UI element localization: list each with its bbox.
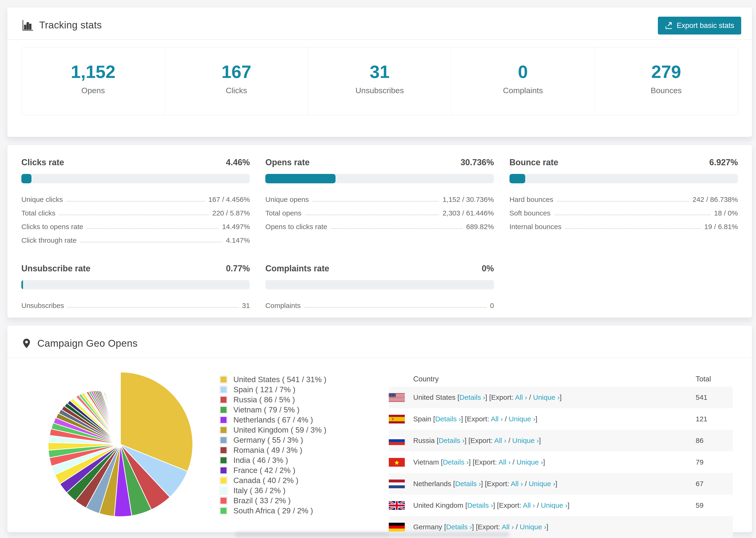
total-cell: 79 [696, 458, 733, 466]
legend-label: South Africa ( 29 / 2% ) [233, 506, 313, 515]
rate-row: Click through rate4.147% [21, 232, 250, 245]
rate-value: 0% [482, 264, 494, 273]
legend-item[interactable]: India ( 46 / 3% ) [220, 455, 326, 465]
export-unique-link[interactable]: Unique › [541, 501, 567, 509]
legend-item[interactable]: Spain ( 121 / 7% ) [220, 385, 326, 395]
legend-item[interactable]: United Kingdom ( 59 / 3% ) [220, 425, 326, 435]
rate-row-value: 19 / 6.81% [704, 223, 738, 232]
legend-item[interactable]: Russia ( 86 / 5% ) [220, 395, 326, 405]
details-link[interactable]: Details › [446, 523, 472, 531]
rate-row-value: 167 / 4.456% [208, 195, 250, 204]
legend-item[interactable]: South Africa ( 29 / 2% ) [220, 506, 326, 516]
export-all-link[interactable]: All › [491, 415, 503, 423]
rate-row-label: Unsubscribes [21, 301, 64, 310]
details-link[interactable]: Details › [443, 458, 469, 466]
summary-value: 167 [165, 63, 308, 81]
rates-grid: Clicks rate4.46%Unique clicks167 / 4.456… [7, 145, 752, 325]
rate-progress-fill [21, 280, 23, 290]
dotted-leader [557, 201, 689, 202]
table-row: United Kingdom [Details ›] [Export: All … [389, 495, 733, 516]
rate-row-label: Click through rate [21, 237, 77, 245]
rate-progress-bar [265, 280, 494, 290]
summary-cell-opens: 1,152Opens [22, 47, 165, 115]
legend-item[interactable]: Vietnam ( 79 / 5% ) [220, 405, 326, 415]
export-unique-link[interactable]: Unique › [509, 415, 535, 423]
rate-row: Soft bounces18 / 0% [510, 204, 738, 218]
legend-item[interactable]: Netherlands ( 67 / 4% ) [220, 415, 326, 425]
export-all-link[interactable]: All › [499, 458, 511, 466]
legend-item[interactable]: Brazil ( 33 / 2% ) [220, 496, 326, 506]
rate-block-unsubscribe-rate: Unsubscribe rate0.77%Unsubscribes31 [21, 264, 250, 310]
legend-item[interactable]: Romania ( 49 / 3% ) [220, 445, 326, 455]
column-header-total: Total [696, 375, 733, 383]
legend-item[interactable]: Italy ( 36 / 2% ) [220, 485, 326, 496]
dotted-leader [312, 201, 439, 202]
rate-rows: Unique opens1,152 / 30.736%Total opens2,… [265, 191, 494, 232]
rate-row: Opens to clicks rate689.82% [265, 218, 494, 232]
export-all-link[interactable]: All › [511, 480, 523, 488]
rate-row-label: Total clicks [21, 209, 55, 218]
export-unique-link[interactable]: Unique › [516, 458, 543, 466]
details-link[interactable]: Details › [459, 394, 485, 401]
country-cell: Vietnam [Details ›] [Export: All › / Uni… [389, 458, 696, 467]
total-cell: 59 [696, 501, 733, 510]
dotted-leader [565, 228, 700, 229]
export-all-link[interactable]: All › [502, 523, 514, 531]
rate-row-value: 4.147% [226, 237, 250, 245]
horizontal-scrollbar[interactable] [235, 532, 510, 537]
summary-value: 279 [595, 63, 738, 81]
legend-item[interactable]: Germany ( 55 / 3% ) [220, 435, 326, 445]
rate-row: Clicks to opens rate14.497% [21, 218, 250, 232]
summary-label: Bounces [595, 86, 738, 95]
export-basic-stats-button[interactable]: Export basic stats [658, 17, 741, 34]
export-all-link[interactable]: All › [515, 394, 527, 401]
rate-title: Unsubscribe rate [21, 264, 90, 273]
rate-title: Complaints rate [265, 264, 329, 273]
rate-row-value: 2,303 / 61.446% [443, 209, 494, 218]
flag-es [389, 415, 405, 423]
rate-block-clicks-rate: Clicks rate4.46%Unique clicks167 / 4.456… [21, 157, 250, 245]
details-link[interactable]: Details › [439, 437, 464, 444]
details-link[interactable]: Details › [435, 415, 461, 423]
legend-item[interactable]: Canada ( 40 / 2% ) [220, 475, 326, 485]
legend-label: India ( 46 / 3% ) [233, 456, 288, 465]
bar-chart-icon [21, 19, 33, 31]
export-unique-link[interactable]: Unique › [520, 523, 546, 531]
export-unique-link[interactable]: Unique › [533, 394, 560, 401]
export-all-link[interactable]: All › [523, 501, 535, 509]
legend-item[interactable]: United States ( 541 / 31% ) [220, 374, 326, 385]
rate-row-value: 14.497% [222, 223, 250, 232]
export-icon [665, 22, 673, 29]
export-unique-link[interactable]: Unique › [529, 480, 555, 488]
total-cell: 67 [696, 480, 733, 488]
legend-label: United Kingdom ( 59 / 3% ) [233, 426, 326, 435]
page-title: Tracking stats [39, 20, 102, 31]
country-cell: Spain [Details ›] [Export: All › / Uniqu… [389, 415, 696, 423]
country-name: Vietnam [Details ›] [Export: All › / Uni… [413, 458, 545, 466]
country-name: Germany [Details ›] [Export: All › / Uni… [413, 523, 548, 531]
legend-swatch [220, 467, 227, 474]
export-all-link[interactable]: All › [494, 437, 507, 444]
rate-row-value: 220 / 5.87% [212, 209, 250, 218]
rate-row: Hard bounces242 / 86.738% [510, 191, 738, 204]
legend-item[interactable]: France ( 42 / 2% ) [220, 465, 326, 475]
legend-swatch [220, 406, 227, 413]
rate-row-label: Clicks to opens rate [21, 223, 83, 232]
export-unique-link[interactable]: Unique › [512, 437, 539, 444]
dotted-leader [59, 215, 208, 215]
legend-label: Netherlands ( 67 / 4% ) [233, 415, 313, 424]
details-link[interactable]: Details › [467, 501, 493, 509]
dotted-leader [331, 228, 462, 229]
legend-swatch [220, 477, 227, 484]
table-row: Vietnam [Details ›] [Export: All › / Uni… [389, 452, 733, 473]
rate-block-bounce-rate: Bounce rate6.927%Hard bounces242 / 86.73… [510, 157, 738, 245]
pie-legend: United States ( 541 / 31% )Spain ( 121 /… [220, 374, 326, 516]
legend-label: Germany ( 55 / 3% ) [233, 436, 303, 445]
table-row: Spain [Details ›] [Export: All › / Uniqu… [389, 408, 733, 430]
details-link[interactable]: Details › [455, 480, 481, 488]
total-cell: 121 [696, 415, 733, 423]
rate-head: Bounce rate6.927% [510, 157, 738, 167]
legend-label: Brazil ( 33 / 2% ) [233, 496, 291, 505]
geo-table: Country Total United States [Details ›] … [389, 372, 733, 538]
rate-row-label: Complaints [265, 301, 300, 310]
